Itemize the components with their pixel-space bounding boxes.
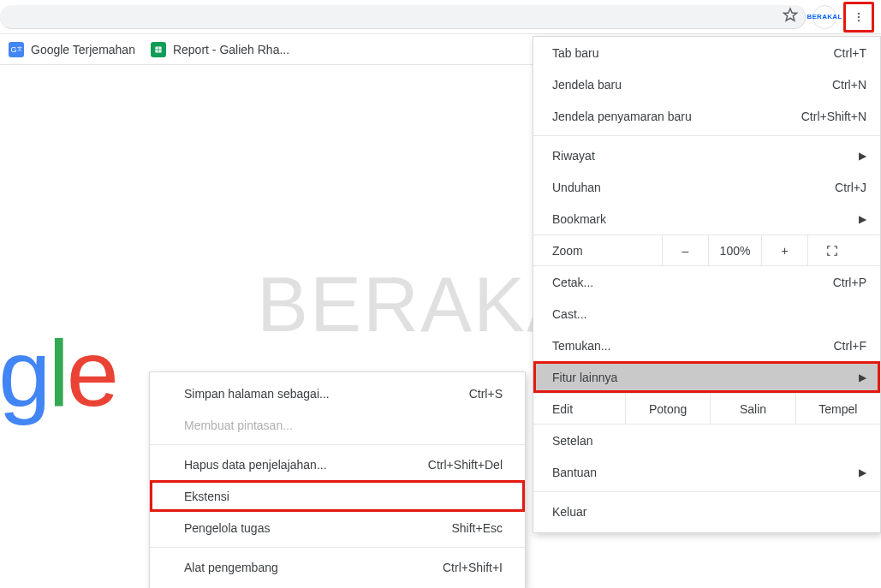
submenu-create-shortcut-label: Membuat pintasan... bbox=[184, 419, 293, 432]
menu-new-window-shortcut: Ctrl+N bbox=[832, 78, 866, 92]
menu-new-tab-shortcut: Ctrl+T bbox=[834, 46, 867, 60]
menu-help-label: Bantuan bbox=[552, 466, 597, 479]
menu-cast[interactable]: Cast... bbox=[533, 298, 880, 330]
bookmark-report-label: Report - Galieh Rha... bbox=[173, 43, 289, 56]
menu-zoom-label: Zoom bbox=[552, 244, 662, 258]
submenu-task-manager-label: Pengelola tugas bbox=[184, 521, 270, 535]
submenu-extensions-label: Ekstensi bbox=[184, 490, 229, 503]
bookmark-star-icon[interactable] bbox=[783, 8, 798, 26]
zoom-in-button[interactable]: + bbox=[762, 235, 808, 265]
menu-separator bbox=[533, 491, 880, 492]
menu-downloads-shortcut: Ctrl+J bbox=[835, 181, 866, 194]
menu-find-shortcut: Ctrl+F bbox=[834, 339, 867, 353]
edit-cut-button[interactable]: Potong bbox=[626, 394, 711, 424]
menu-new-window[interactable]: Jendela baru Ctrl+N bbox=[533, 68, 880, 100]
zoom-percent: 100% bbox=[709, 235, 762, 265]
chevron-right-icon: ▶ bbox=[859, 371, 866, 383]
menu-downloads[interactable]: Unduhan Ctrl+J bbox=[533, 171, 880, 203]
svg-point-2 bbox=[858, 15, 860, 17]
bookmark-translate-label: Google Terjemahan bbox=[31, 43, 135, 56]
menu-exit[interactable]: Keluar bbox=[533, 496, 880, 527]
google-logo: ogle bbox=[0, 326, 116, 420]
menu-downloads-label: Unduhan bbox=[552, 181, 601, 194]
chevron-right-icon: ▶ bbox=[859, 213, 866, 225]
menu-settings[interactable]: Setelan bbox=[533, 425, 880, 456]
svg-point-1 bbox=[858, 12, 860, 14]
menu-more-tools[interactable]: Fitur lainnya ▶ bbox=[533, 361, 880, 393]
submenu-clear-data-shortcut: Ctrl+Shift+Del bbox=[428, 458, 503, 472]
menu-bookmarks-label: Bookmark bbox=[552, 212, 606, 226]
profile-avatar[interactable]: BERAKAL bbox=[813, 5, 836, 29]
submenu-save-page-label: Simpan halaman sebagai... bbox=[184, 387, 330, 401]
more-button-highlight bbox=[843, 2, 874, 33]
submenu-clear-data-label: Hapus data penjelajahan... bbox=[184, 458, 327, 472]
menu-incognito-label: Jendela penyamaran baru bbox=[552, 110, 692, 123]
submenu-dev-tools-shortcut: Ctrl+Shift+I bbox=[443, 561, 503, 574]
menu-new-tab[interactable]: Tab baru Ctrl+T bbox=[533, 37, 880, 68]
menu-zoom: Zoom – 100% + bbox=[533, 235, 880, 266]
menu-new-window-label: Jendela baru bbox=[552, 78, 622, 92]
menu-print[interactable]: Cetak... Ctrl+P bbox=[533, 266, 880, 298]
address-bar: BERAKAL bbox=[0, 0, 881, 34]
menu-incognito-shortcut: Ctrl+Shift+N bbox=[801, 110, 866, 123]
submenu-save-page[interactable]: Simpan halaman sebagai... Ctrl+S bbox=[150, 377, 525, 409]
submenu-task-manager[interactable]: Pengelola tugas Shift+Esc bbox=[150, 512, 525, 543]
menu-cast-label: Cast... bbox=[552, 307, 586, 321]
avatar-label: BERAKAL bbox=[807, 13, 842, 21]
main-menu: Tab baru Ctrl+T Jendela baru Ctrl+N Jend… bbox=[533, 36, 881, 533]
menu-help[interactable]: Bantuan ▶ bbox=[533, 456, 880, 488]
bookmark-translate[interactable]: G文 Google Terjemahan bbox=[9, 42, 135, 57]
submenu-separator bbox=[150, 547, 525, 548]
submenu-create-shortcut[interactable]: Membuat pintasan... bbox=[150, 409, 525, 441]
bookmark-report[interactable]: Report - Galieh Rha... bbox=[151, 42, 289, 57]
svg-point-3 bbox=[858, 19, 860, 21]
menu-edit-label: Edit bbox=[533, 394, 626, 424]
translate-icon: G文 bbox=[9, 42, 24, 57]
menu-exit-label: Keluar bbox=[552, 505, 586, 519]
edit-paste-button[interactable]: Tempel bbox=[796, 394, 880, 424]
sheets-icon bbox=[151, 42, 166, 57]
menu-print-label: Cetak... bbox=[552, 276, 593, 289]
submenu-extensions[interactable]: Ekstensi bbox=[150, 480, 525, 512]
menu-incognito[interactable]: Jendela penyamaran baru Ctrl+Shift+N bbox=[533, 100, 880, 132]
submenu-dev-tools-label: Alat pengembang bbox=[184, 561, 278, 574]
menu-edit-row: Edit Potong Salin Tempel bbox=[533, 393, 880, 425]
menu-find-label: Temukan... bbox=[552, 339, 610, 353]
edit-copy-button[interactable]: Salin bbox=[711, 394, 795, 424]
fullscreen-button[interactable] bbox=[808, 235, 856, 265]
zoom-out-button[interactable]: – bbox=[663, 235, 709, 265]
kebab-menu-button[interactable] bbox=[847, 5, 871, 29]
menu-bookmarks[interactable]: Bookmark ▶ bbox=[533, 203, 880, 235]
url-field[interactable] bbox=[0, 5, 806, 29]
submenu-dev-tools[interactable]: Alat pengembang Ctrl+Shift+I bbox=[150, 551, 525, 583]
chevron-right-icon: ▶ bbox=[859, 150, 866, 162]
submenu-clear-data[interactable]: Hapus data penjelajahan... Ctrl+Shift+De… bbox=[150, 448, 525, 480]
menu-history-label: Riwayat bbox=[552, 149, 595, 163]
chevron-right-icon: ▶ bbox=[859, 466, 866, 478]
menu-find[interactable]: Temukan... Ctrl+F bbox=[533, 330, 880, 361]
menu-new-tab-label: Tab baru bbox=[552, 46, 598, 60]
menu-settings-label: Setelan bbox=[552, 434, 592, 448]
submenu-task-manager-shortcut: Shift+Esc bbox=[451, 521, 503, 535]
submenu-separator bbox=[150, 444, 525, 445]
submenu-save-page-shortcut: Ctrl+S bbox=[469, 387, 503, 401]
more-tools-submenu: Simpan halaman sebagai... Ctrl+S Membuat… bbox=[149, 371, 526, 588]
menu-separator bbox=[533, 135, 880, 136]
menu-more-tools-label: Fitur lainnya bbox=[552, 371, 617, 384]
menu-print-shortcut: Ctrl+P bbox=[833, 276, 866, 289]
menu-history[interactable]: Riwayat ▶ bbox=[533, 140, 880, 171]
svg-marker-0 bbox=[784, 9, 797, 21]
